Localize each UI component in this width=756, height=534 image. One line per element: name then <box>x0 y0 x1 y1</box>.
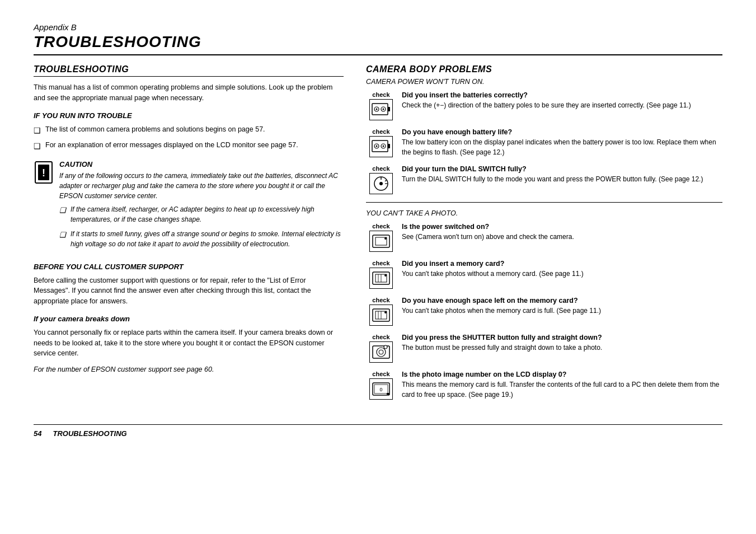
memcard-icon <box>369 268 393 289</box>
svg-point-14 <box>382 146 384 147</box>
svg-rect-40 <box>387 393 389 395</box>
check-question: Is the photo image number on the LCD dis… <box>402 371 722 378</box>
check-item-space: check Do you have enough space left on t… <box>366 297 722 326</box>
check-label-col: check <box>366 260 396 289</box>
left-column: TROUBLESHOOTING This manual has a list o… <box>34 64 344 407</box>
caution-main-text: If any of the following occurs to the ca… <box>59 171 344 201</box>
check-text: Did you press the SHUTTER button fully a… <box>402 334 722 353</box>
if-trouble-subtitle: IF YOU RUN INTO TROUBLE <box>34 111 344 120</box>
check-answer: The low battery icon on the display pane… <box>402 137 722 157</box>
svg-point-22 <box>384 237 387 240</box>
caution-box: ! CAUTION If any of the following occurs… <box>34 159 344 255</box>
check-text: Is the power switched on? See (Camera wo… <box>402 223 722 242</box>
footer-title: TROUBLESHOOTING <box>53 429 126 438</box>
two-col-layout: TROUBLESHOOTING This manual has a list o… <box>34 64 722 407</box>
check-label-col: check <box>366 223 396 252</box>
caution-list: If the camera itself, recharger, or AC a… <box>59 204 344 249</box>
check-word: check <box>372 297 389 303</box>
check-item-shutter: check Did you press the SHUTTER button f… <box>366 334 722 363</box>
lcd-icon: 0 <box>369 378 393 400</box>
check-answer: You can't take photos when the memory ca… <box>402 306 722 316</box>
caution-list-item: If it starts to smell funny, gives off a… <box>59 229 344 249</box>
power-icon <box>369 231 393 252</box>
breaks-down-text: You cannot personally fix or replace par… <box>34 327 344 359</box>
check-text: Did you insert a memory card? You can't … <box>402 260 722 279</box>
check-label-col: check <box>366 334 396 363</box>
space-icon <box>369 305 393 326</box>
check-question: Is the power switched on? <box>402 223 722 231</box>
check-text: Do you have enough battery life? The low… <box>402 128 722 157</box>
svg-point-35 <box>379 350 383 354</box>
check-word: check <box>372 128 389 135</box>
if-trouble-list: The list of common camera problems and s… <box>34 124 344 152</box>
page-wrapper: Appendix B TROUBLESHOOTING TROUBLESHOOTI… <box>34 22 722 438</box>
check-label-col: check <box>366 165 396 194</box>
shutter-icon <box>369 341 393 363</box>
svg-point-12 <box>375 146 377 147</box>
check-word: check <box>372 91 389 98</box>
svg-rect-10 <box>388 144 390 148</box>
svg-point-34 <box>377 348 386 357</box>
svg-point-36 <box>384 345 387 349</box>
right-column: CAMERA BODY PROBLEMS CAMERA POWER WON'T … <box>366 64 722 407</box>
check-answer: See (Camera won't turn on) above and che… <box>402 232 722 242</box>
check-word: check <box>372 165 389 172</box>
power-problem-title: CAMERA POWER WON'T TURN ON. <box>366 78 722 86</box>
check-item-dial: check Did your turn the DIAL SWITCH full… <box>366 165 722 194</box>
check-word: check <box>372 334 389 340</box>
check-question: Do you have enough battery life? <box>402 128 722 136</box>
svg-point-27 <box>384 274 387 277</box>
check-answer: Turn the DIAL SWITCH fully to the mode y… <box>402 174 722 184</box>
check-item-lcd: check 0 Is the photo image number on the… <box>366 371 722 400</box>
check-question: Did you insert a memory card? <box>402 260 722 268</box>
check-text: Did your turn the DIAL SWITCH fully? Tur… <box>402 165 722 184</box>
check-question: Did you insert the batteries correctly? <box>402 91 722 99</box>
check-label-col: check 0 <box>366 371 396 400</box>
check-item-batteries: check Did you insert the batteries <box>366 91 722 120</box>
check-question: Do you have enough space left on the mem… <box>402 297 722 305</box>
svg-point-16 <box>379 182 383 185</box>
camera-section-title: CAMERA BODY PROBLEMS <box>366 64 722 74</box>
list-item: The list of common camera problems and s… <box>34 124 344 137</box>
caution-content: CAUTION If any of the following occurs t… <box>59 160 344 254</box>
check-label-col: check <box>366 297 396 326</box>
check-answer: The button must be pressed fully and str… <box>402 343 722 353</box>
check-answer: This means the memory card is full. Tran… <box>402 380 722 400</box>
caution-title: CAUTION <box>59 160 344 168</box>
main-title: TROUBLESHOOTING <box>34 33 722 55</box>
left-section-title: TROUBLESHOOTING <box>34 64 344 77</box>
battery-icon <box>369 99 393 120</box>
page-footer: 54 TROUBLESHOOTING <box>34 424 722 438</box>
appendix-label: Appendix B <box>34 22 722 32</box>
check-word: check <box>372 371 389 377</box>
battery-life-icon <box>369 136 393 157</box>
svg-line-18 <box>385 180 387 181</box>
page-header: Appendix B TROUBLESHOOTING <box>34 22 722 55</box>
caution-icon: ! <box>34 160 54 185</box>
caution-list-item: If the camera itself, recharger, or AC a… <box>59 204 344 224</box>
breaks-down-footer: For the number of EPSON customer support… <box>34 364 344 375</box>
dial-icon <box>369 173 393 194</box>
intro-text: This manual has a list of common operati… <box>34 82 344 104</box>
svg-rect-4 <box>388 107 390 111</box>
breaks-down-subtitle: If your camera breaks down <box>34 315 344 323</box>
check-item-memcard: check Did you insert a memory card? You <box>366 260 722 289</box>
check-item-power: check Is the power switched on? See (Cam… <box>366 223 722 252</box>
check-text: Is the photo image number on the LCD dis… <box>402 371 722 400</box>
check-question: Did your turn the DIAL SWITCH fully? <box>402 165 722 173</box>
check-label-col: check <box>366 91 396 120</box>
check-answer: Check the (+−) direction of the battery … <box>402 100 722 110</box>
check-word: check <box>372 260 389 266</box>
check-label-col: check <box>366 128 396 157</box>
check-item-battery-life: check Do you have enough battery l <box>366 128 722 157</box>
check-text: Do you have enough space left on the mem… <box>402 297 722 316</box>
svg-point-8 <box>382 109 384 110</box>
divider <box>366 202 722 203</box>
svg-point-6 <box>375 109 377 110</box>
check-word: check <box>372 223 389 229</box>
svg-text:0: 0 <box>379 387 382 392</box>
check-text: Did you insert the batteries correctly? … <box>402 91 722 110</box>
check-answer: You can't take photos without a memory c… <box>402 269 722 279</box>
svg-text:!: ! <box>42 167 45 179</box>
before-support-text: Before calling the customer support with… <box>34 275 344 307</box>
